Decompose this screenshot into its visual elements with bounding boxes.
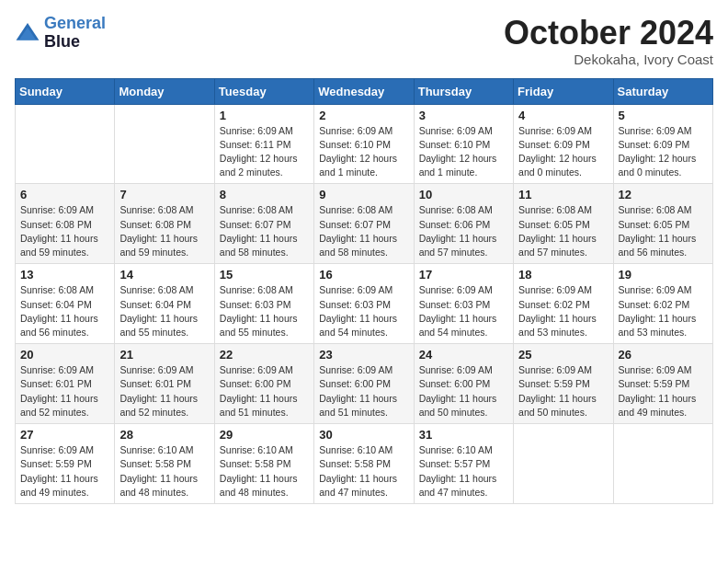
day-number: 22 (220, 348, 309, 362)
day-number: 10 (419, 188, 508, 201)
calendar-table: SundayMondayTuesdayWednesdayThursdayFrid… (15, 78, 713, 504)
day-info: Sunrise: 6:09 AM Sunset: 5:59 PM Dayligh… (20, 443, 109, 500)
day-info: Sunrise: 6:09 AM Sunset: 6:01 PM Dayligh… (119, 363, 209, 419)
day-info: Sunrise: 6:09 AM Sunset: 6:02 PM Dayligh… (619, 283, 708, 339)
day-number: 29 (220, 428, 309, 442)
day-info: Sunrise: 6:09 AM Sunset: 6:09 PM Dayligh… (518, 124, 608, 180)
day-info: Sunrise: 6:08 AM Sunset: 6:03 PM Dayligh… (220, 283, 309, 339)
month-title: October 2024 (504, 15, 713, 52)
day-info: Sunrise: 6:08 AM Sunset: 6:07 PM Dayligh… (319, 203, 408, 259)
title-block: October 2024 Dekokaha, Ivory Coast (504, 15, 713, 67)
day-info: Sunrise: 6:09 AM Sunset: 6:08 PM Dayligh… (20, 203, 109, 259)
day-info: Sunrise: 6:09 AM Sunset: 6:09 PM Dayligh… (619, 124, 708, 180)
calendar-cell: 3Sunrise: 6:09 AM Sunset: 6:10 PM Daylig… (414, 104, 513, 184)
day-info: Sunrise: 6:09 AM Sunset: 6:10 PM Dayligh… (319, 124, 408, 180)
day-number: 23 (319, 348, 408, 362)
day-info: Sunrise: 6:09 AM Sunset: 5:59 PM Dayligh… (518, 363, 608, 419)
day-info: Sunrise: 6:08 AM Sunset: 6:06 PM Dayligh… (419, 203, 508, 259)
calendar-cell: 7Sunrise: 6:08 AM Sunset: 6:08 PM Daylig… (115, 184, 214, 264)
calendar-cell: 1Sunrise: 6:09 AM Sunset: 6:11 PM Daylig… (214, 104, 313, 184)
day-number: 26 (619, 348, 708, 362)
day-number: 9 (319, 188, 408, 201)
calendar-cell: 10Sunrise: 6:08 AM Sunset: 6:06 PM Dayli… (414, 184, 513, 264)
day-number: 28 (119, 428, 209, 442)
calendar-week-row: 13Sunrise: 6:08 AM Sunset: 6:04 PM Dayli… (16, 264, 713, 344)
calendar-cell (514, 424, 613, 504)
weekday-header: Thursday (414, 78, 513, 104)
day-number: 18 (518, 268, 608, 282)
day-info: Sunrise: 6:10 AM Sunset: 5:58 PM Dayligh… (319, 443, 408, 500)
calendar-cell: 23Sunrise: 6:09 AM Sunset: 6:00 PM Dayli… (314, 344, 414, 424)
calendar-cell (16, 104, 115, 184)
day-info: Sunrise: 6:08 AM Sunset: 6:04 PM Dayligh… (119, 283, 209, 339)
day-info: Sunrise: 6:08 AM Sunset: 6:04 PM Dayligh… (20, 283, 109, 339)
day-number: 16 (319, 268, 408, 282)
calendar-cell: 2Sunrise: 6:09 AM Sunset: 6:10 PM Daylig… (314, 104, 414, 184)
calendar-cell: 13Sunrise: 6:08 AM Sunset: 6:04 PM Dayli… (16, 264, 115, 344)
calendar-cell: 21Sunrise: 6:09 AM Sunset: 6:01 PM Dayli… (115, 344, 214, 424)
calendar-cell: 30Sunrise: 6:10 AM Sunset: 5:58 PM Dayli… (314, 424, 414, 504)
calendar-cell: 31Sunrise: 6:10 AM Sunset: 5:57 PM Dayli… (414, 424, 513, 504)
calendar-cell (115, 104, 214, 184)
weekday-header: Monday (115, 78, 214, 104)
weekday-header: Friday (514, 78, 613, 104)
day-number: 3 (419, 109, 508, 122)
day-number: 19 (619, 268, 708, 282)
location-title: Dekokaha, Ivory Coast (504, 52, 713, 67)
calendar-cell: 20Sunrise: 6:09 AM Sunset: 6:01 PM Dayli… (16, 344, 115, 424)
calendar-cell: 12Sunrise: 6:08 AM Sunset: 6:05 PM Dayli… (613, 184, 712, 264)
day-info: Sunrise: 6:09 AM Sunset: 6:11 PM Dayligh… (220, 124, 309, 180)
calendar-cell: 19Sunrise: 6:09 AM Sunset: 6:02 PM Dayli… (613, 264, 712, 344)
calendar-cell: 18Sunrise: 6:09 AM Sunset: 6:02 PM Dayli… (514, 264, 613, 344)
day-number: 31 (419, 428, 508, 442)
weekday-header: Tuesday (214, 78, 313, 104)
day-info: Sunrise: 6:09 AM Sunset: 6:10 PM Dayligh… (419, 124, 508, 180)
calendar-cell: 4Sunrise: 6:09 AM Sunset: 6:09 PM Daylig… (514, 104, 613, 184)
calendar-cell: 11Sunrise: 6:08 AM Sunset: 6:05 PM Dayli… (514, 184, 613, 264)
day-number: 13 (20, 268, 109, 282)
logo-text: General Blue (44, 15, 106, 52)
day-number: 17 (419, 268, 508, 282)
day-number: 8 (220, 188, 309, 201)
calendar-cell: 6Sunrise: 6:09 AM Sunset: 6:08 PM Daylig… (16, 184, 115, 264)
calendar-cell: 14Sunrise: 6:08 AM Sunset: 6:04 PM Dayli… (115, 264, 214, 344)
day-number: 25 (518, 348, 608, 362)
page-header: General Blue October 2024 Dekokaha, Ivor… (15, 15, 713, 67)
day-number: 15 (220, 268, 309, 282)
weekday-header: Sunday (16, 78, 115, 104)
calendar-cell: 22Sunrise: 6:09 AM Sunset: 6:00 PM Dayli… (214, 344, 313, 424)
day-info: Sunrise: 6:08 AM Sunset: 6:08 PM Dayligh… (119, 203, 209, 259)
day-info: Sunrise: 6:09 AM Sunset: 6:03 PM Dayligh… (319, 283, 408, 339)
day-number: 24 (419, 348, 508, 362)
calendar-week-row: 20Sunrise: 6:09 AM Sunset: 6:01 PM Dayli… (16, 344, 713, 424)
day-number: 5 (619, 109, 708, 122)
calendar-cell: 25Sunrise: 6:09 AM Sunset: 5:59 PM Dayli… (514, 344, 613, 424)
day-info: Sunrise: 6:09 AM Sunset: 6:01 PM Dayligh… (20, 363, 109, 419)
day-info: Sunrise: 6:09 AM Sunset: 6:03 PM Dayligh… (419, 283, 508, 339)
calendar-cell: 27Sunrise: 6:09 AM Sunset: 5:59 PM Dayli… (16, 424, 115, 504)
calendar-cell: 16Sunrise: 6:09 AM Sunset: 6:03 PM Dayli… (314, 264, 414, 344)
logo-icon (15, 20, 40, 46)
day-info: Sunrise: 6:08 AM Sunset: 6:07 PM Dayligh… (220, 203, 309, 259)
day-number: 7 (119, 188, 209, 201)
day-number: 6 (20, 188, 109, 201)
calendar-week-row: 27Sunrise: 6:09 AM Sunset: 5:59 PM Dayli… (16, 424, 713, 504)
day-number: 11 (518, 188, 608, 201)
day-info: Sunrise: 6:09 AM Sunset: 6:00 PM Dayligh… (319, 363, 408, 419)
calendar-cell: 15Sunrise: 6:08 AM Sunset: 6:03 PM Dayli… (214, 264, 313, 344)
day-number: 2 (319, 109, 408, 122)
day-number: 4 (518, 109, 608, 122)
calendar-cell: 8Sunrise: 6:08 AM Sunset: 6:07 PM Daylig… (214, 184, 313, 264)
calendar-cell (613, 424, 712, 504)
calendar-cell: 29Sunrise: 6:10 AM Sunset: 5:58 PM Dayli… (214, 424, 313, 504)
day-number: 30 (319, 428, 408, 442)
day-info: Sunrise: 6:10 AM Sunset: 5:58 PM Dayligh… (119, 443, 209, 500)
calendar-cell: 9Sunrise: 6:08 AM Sunset: 6:07 PM Daylig… (314, 184, 414, 264)
day-info: Sunrise: 6:09 AM Sunset: 6:00 PM Dayligh… (419, 363, 508, 419)
day-info: Sunrise: 6:10 AM Sunset: 5:57 PM Dayligh… (419, 443, 508, 500)
weekday-header: Saturday (613, 78, 712, 104)
day-number: 12 (619, 188, 708, 201)
day-number: 14 (119, 268, 209, 282)
calendar-header-row: SundayMondayTuesdayWednesdayThursdayFrid… (16, 78, 713, 104)
calendar-cell: 5Sunrise: 6:09 AM Sunset: 6:09 PM Daylig… (613, 104, 712, 184)
